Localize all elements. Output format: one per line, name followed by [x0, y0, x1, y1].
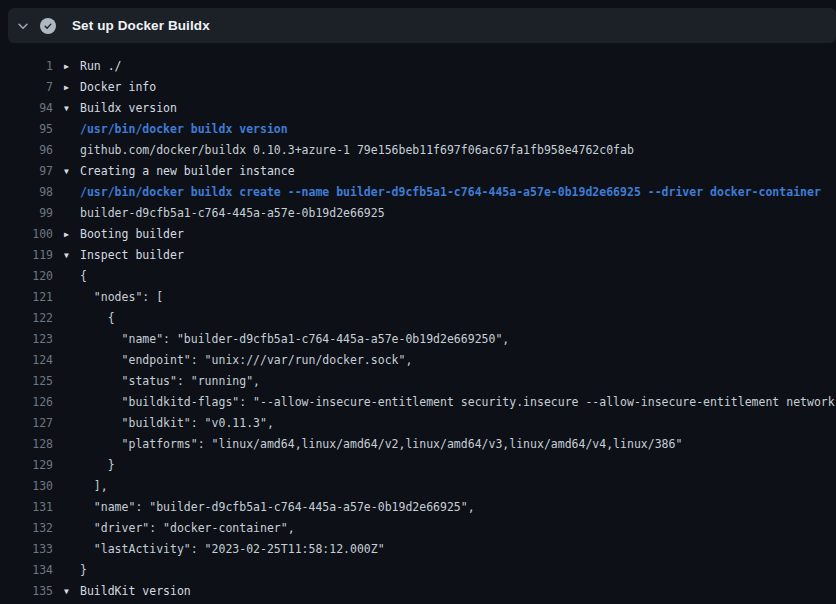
- group-toggle[interactable]: ▼: [53, 581, 80, 602]
- gutter-spacer: [53, 140, 80, 161]
- gutter-spacer: [53, 497, 80, 518]
- line-number[interactable]: 99: [0, 203, 53, 224]
- group-expanded-triangle-icon[interactable]: ▼: [64, 581, 69, 602]
- gutter-spacer: [53, 371, 80, 392]
- group-collapsed-triangle-icon[interactable]: ▶: [64, 56, 69, 77]
- group-toggle[interactable]: ▼: [53, 245, 80, 266]
- group-title: Inspect builder: [80, 245, 184, 266]
- gutter-spacer: [53, 203, 80, 224]
- line-number[interactable]: 125: [0, 371, 53, 392]
- gutter-spacer: [53, 119, 80, 140]
- line-number[interactable]: 134: [0, 560, 53, 581]
- group-collapsed-triangle-icon[interactable]: ▶: [64, 77, 69, 98]
- log-line-row: 95/usr/bin/docker buildx version: [0, 119, 836, 140]
- output-text: "driver": "docker-container",: [80, 518, 295, 539]
- log-line-row: 121 "nodes": [: [0, 287, 836, 308]
- log-group-row[interactable]: 1▶Run ./: [0, 56, 836, 77]
- line-number[interactable]: 128: [0, 434, 53, 455]
- line-number[interactable]: 94: [0, 98, 53, 119]
- output-text: builder-d9cfb5a1-c764-445a-a57e-0b19d2e6…: [80, 203, 385, 224]
- gutter-spacer: [53, 476, 80, 497]
- log-group-row[interactable]: 119▼Inspect builder: [0, 245, 836, 266]
- output-text: }: [80, 560, 87, 581]
- log-group-row[interactable]: 100▶Booting builder: [0, 224, 836, 245]
- output-text: "lastActivity": "2023-02-25T11:58:12.000…: [80, 539, 385, 560]
- group-expanded-triangle-icon[interactable]: ▼: [64, 245, 69, 266]
- line-number[interactable]: 100: [0, 224, 53, 245]
- group-toggle[interactable]: ▶: [53, 77, 80, 98]
- line-number[interactable]: 120: [0, 266, 53, 287]
- line-number[interactable]: 127: [0, 413, 53, 434]
- group-collapsed-triangle-icon[interactable]: ▶: [64, 224, 69, 245]
- step-header[interactable]: Set up Docker Buildx: [8, 8, 836, 43]
- line-number[interactable]: 95: [0, 119, 53, 140]
- group-title: Docker info: [80, 77, 156, 98]
- log-line-row: 134}: [0, 560, 836, 581]
- line-number[interactable]: 123: [0, 329, 53, 350]
- line-number[interactable]: 126: [0, 392, 53, 413]
- command-text: /usr/bin/docker buildx create --name bui…: [80, 182, 821, 203]
- log-line-row: 122 {: [0, 308, 836, 329]
- line-number[interactable]: 97: [0, 161, 53, 182]
- log-line-row: 96github.com/docker/buildx 0.10.3+azure-…: [0, 140, 836, 161]
- step-success-check-icon: [40, 18, 56, 34]
- line-number[interactable]: 121: [0, 287, 53, 308]
- group-toggle[interactable]: ▶: [53, 224, 80, 245]
- group-toggle[interactable]: ▼: [53, 98, 80, 119]
- line-number[interactable]: 133: [0, 539, 53, 560]
- output-text: "name": "builder-d9cfb5a1-c764-445a-a57e…: [80, 329, 509, 350]
- gutter-spacer: [53, 182, 80, 203]
- line-number[interactable]: 122: [0, 308, 53, 329]
- line-number[interactable]: 119: [0, 245, 53, 266]
- line-number[interactable]: 132: [0, 518, 53, 539]
- log-group-row[interactable]: 135▼BuildKit version: [0, 581, 836, 602]
- log-line-row: 98/usr/bin/docker buildx create --name b…: [0, 182, 836, 203]
- line-number[interactable]: 131: [0, 497, 53, 518]
- output-text: "endpoint": "unix:///var/run/docker.sock…: [80, 350, 412, 371]
- gutter-spacer: [53, 350, 80, 371]
- log-line-row: 129 }: [0, 455, 836, 476]
- log-line-row: 131 "name": "builder-d9cfb5a1-c764-445a-…: [0, 497, 836, 518]
- group-title: Buildx version: [80, 98, 177, 119]
- log-line-row: 99builder-d9cfb5a1-c764-445a-a57e-0b19d2…: [0, 203, 836, 224]
- output-text: "status": "running",: [80, 371, 260, 392]
- group-title: Creating a new builder instance: [80, 161, 295, 182]
- gutter-spacer: [53, 287, 80, 308]
- line-number[interactable]: 1: [0, 56, 53, 77]
- log-lines: 1▶Run ./7▶Docker info94▼Buildx version95…: [0, 43, 836, 604]
- line-number[interactable]: 98: [0, 182, 53, 203]
- log-line-row: 127 "buildkit": "v0.11.3",: [0, 413, 836, 434]
- group-expanded-triangle-icon[interactable]: ▼: [64, 161, 69, 182]
- log-line-row: 123 "name": "builder-d9cfb5a1-c764-445a-…: [0, 329, 836, 350]
- log-line-row: 133 "lastActivity": "2023-02-25T11:58:12…: [0, 539, 836, 560]
- log-line-row: 132 "driver": "docker-container",: [0, 518, 836, 539]
- log-line-row: 124 "endpoint": "unix:///var/run/docker.…: [0, 350, 836, 371]
- log-group-row[interactable]: 97▼Creating a new builder instance: [0, 161, 836, 182]
- group-expanded-triangle-icon[interactable]: ▼: [64, 98, 69, 119]
- log-line-row: 130 ],: [0, 476, 836, 497]
- output-text: github.com/docker/buildx 0.10.3+azure-1 …: [80, 140, 634, 161]
- line-number[interactable]: 124: [0, 350, 53, 371]
- log-group-row[interactable]: 7▶Docker info: [0, 77, 836, 98]
- line-number[interactable]: 96: [0, 140, 53, 161]
- line-number[interactable]: 130: [0, 476, 53, 497]
- group-toggle[interactable]: ▶: [53, 56, 80, 77]
- gutter-spacer: [53, 329, 80, 350]
- output-text: "buildkit": "v0.11.3",: [80, 413, 274, 434]
- group-title: Run ./: [80, 56, 122, 77]
- group-toggle[interactable]: ▼: [53, 161, 80, 182]
- chevron-down-icon[interactable]: [8, 8, 38, 43]
- line-number[interactable]: 7: [0, 77, 53, 98]
- log-group-row[interactable]: 94▼Buildx version: [0, 98, 836, 119]
- output-text: {: [80, 308, 115, 329]
- output-text: "platforms": "linux/amd64,linux/amd64/v2…: [80, 434, 682, 455]
- log-line-row: 120{: [0, 266, 836, 287]
- log-line-row: 126 "buildkitd-flags": "--allow-insecure…: [0, 392, 836, 413]
- output-text: "nodes": [: [80, 287, 163, 308]
- output-text: {: [80, 266, 87, 287]
- step-title: Set up Docker Buildx: [72, 18, 210, 33]
- line-number[interactable]: 135: [0, 581, 53, 602]
- gutter-spacer: [53, 308, 80, 329]
- line-number[interactable]: 129: [0, 455, 53, 476]
- group-title: BuildKit version: [80, 581, 191, 602]
